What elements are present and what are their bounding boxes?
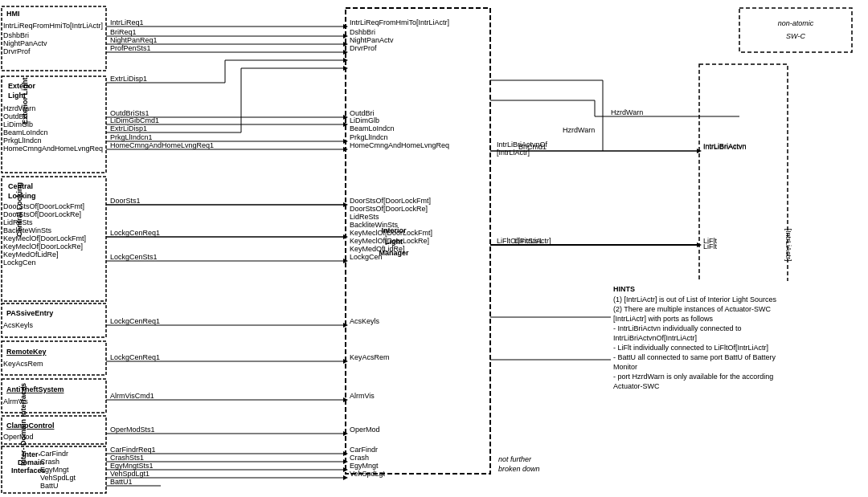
svg-text:IntrLiBriActvnOf[IntrLiActr]: IntrLiBriActvnOf[IntrLiActr] — [613, 334, 697, 342]
svg-text:RemoteKey: RemoteKey — [6, 348, 47, 356]
svg-text:LiFitSts1: LiFitSts1 — [514, 237, 542, 245]
svg-text:PrkgLlIndcn: PrkgLlIndcn — [350, 133, 388, 141]
svg-text:BackliteWinSts: BackliteWinSts — [3, 226, 52, 234]
svg-text:KeyMedOfLidRe]: KeyMedOfLidRe] — [3, 251, 59, 259]
svg-text:PrkgLlIndcn1: PrkgLlIndcn1 — [110, 133, 153, 141]
svg-text:non-atomic: non-atomic — [778, 19, 814, 27]
svg-text:Inter- Domain Interfaces: Inter- Domain Interfaces — [19, 383, 27, 466]
svg-text:Central Locking: Central Locking — [15, 182, 23, 237]
svg-text:PrkgLlIndcn: PrkgLlIndcn — [3, 136, 42, 145]
svg-text:[IntrLiActr]: [IntrLiActr] — [784, 228, 792, 261]
svg-text:BattU: BattU — [40, 482, 59, 490]
svg-text:KeyMeclOf[DoorLockRe]: KeyMeclOf[DoorLockRe] — [3, 242, 83, 251]
svg-text:LiDimGibCmd1: LiDimGibCmd1 — [110, 116, 159, 124]
svg-text:EgyMngt: EgyMngt — [350, 462, 379, 470]
svg-text:Crash: Crash — [40, 458, 59, 466]
svg-text:DrvrProf: DrvrProf — [350, 44, 377, 52]
svg-text:IntrLiReqFromHmiTo[IntrLiActr]: IntrLiReqFromHmiTo[IntrLiActr] — [350, 18, 449, 26]
svg-text:- IntrLiBriActvn individually : - IntrLiBriActvn individually connected … — [613, 324, 742, 332]
svg-text:HINTS: HINTS — [613, 285, 635, 293]
svg-text:LiFlt: LiFlt — [703, 237, 718, 245]
svg-text:ClampControl: ClampControl — [6, 422, 55, 430]
svg-text:BeamLoIndcn: BeamLoIndcn — [3, 128, 48, 136]
svg-text:LidReSts: LidReSts — [350, 213, 379, 221]
svg-text:PASsiveEntry: PASsiveEntry — [6, 309, 53, 317]
svg-text:EgyMngt: EgyMngt — [40, 466, 69, 474]
svg-text:NightPanReq1: NightPanReq1 — [110, 36, 158, 44]
svg-text:DoorStsOf[DoorLockFmt]: DoorStsOf[DoorLockFmt] — [350, 197, 431, 205]
svg-text:Crash: Crash — [350, 454, 369, 462]
svg-text:KeyMeclOf[DoorLockFmt]: KeyMeclOf[DoorLockFmt] — [350, 229, 432, 237]
svg-text:OperModSts1: OperModSts1 — [110, 426, 155, 434]
svg-text:OperMod: OperMod — [3, 433, 34, 441]
svg-text:IntrLiReqFromHmiTo[IntrLiActr]: IntrLiReqFromHmiTo[IntrLiActr] — [3, 22, 103, 30]
svg-text:LiDimGlb: LiDimGlb — [350, 116, 379, 124]
svg-text:AlrmVisCmd1: AlrmVisCmd1 — [110, 392, 154, 400]
svg-text:Monitor: Monitor — [613, 363, 637, 371]
svg-text:LockgCenReq1: LockgCenReq1 — [110, 317, 160, 325]
svg-text:AcsKeyls: AcsKeyls — [3, 321, 34, 329]
svg-text:broken down: broken down — [498, 465, 540, 473]
svg-text:HMI: HMI — [6, 10, 20, 18]
svg-text:BackliteWinSts: BackliteWinSts — [350, 221, 399, 229]
svg-text:AcsKeyls: AcsKeyls — [350, 317, 380, 325]
svg-text:VehSpdLgt: VehSpdLgt — [40, 474, 76, 482]
svg-text:KeyAcsRem: KeyAcsRem — [3, 360, 43, 368]
svg-text:HomeCmngAndHomeLvngReq1: HomeCmngAndHomeLvngReq1 — [110, 141, 214, 149]
svg-text:SW-C: SW-C — [786, 32, 805, 40]
svg-text:not further: not further — [498, 455, 532, 463]
svg-text:LockgCenReq1: LockgCenReq1 — [110, 229, 160, 237]
svg-text:BeamLoIndcn: BeamLoIndcn — [350, 124, 395, 132]
svg-text:- BattU all connected to same : - BattU all connected to same port BattU… — [613, 353, 776, 361]
svg-text:- port HzrdWarn is only availa: - port HzrdWarn is only available for th… — [613, 373, 773, 381]
svg-text:OperMod: OperMod — [350, 426, 380, 434]
svg-text:AlrmVis: AlrmVis — [350, 392, 375, 400]
svg-text:BriReq1: BriReq1 — [110, 28, 137, 36]
svg-text:CarFindr: CarFindr — [40, 450, 68, 458]
svg-text:CarFindrReq1: CarFindrReq1 — [110, 446, 156, 454]
svg-text:LockgCenReq1: LockgCenReq1 — [110, 353, 160, 361]
svg-rect-5 — [739, 8, 852, 52]
svg-text:IntrLiReq1: IntrLiReq1 — [110, 18, 144, 26]
svg-text:AntiTheftSystem: AntiTheftSystem — [6, 385, 64, 393]
svg-rect-119 — [2, 341, 106, 375]
diagram-container: Interior Light Manager non-atomic SW-C [… — [0, 0, 868, 497]
svg-text:VehSpdLgt: VehSpdLgt — [350, 470, 386, 478]
svg-text:BriCmd1: BriCmd1 — [518, 143, 547, 151]
svg-rect-127 — [2, 379, 106, 413]
svg-text:ProfPenSts1: ProfPenSts1 — [110, 44, 151, 52]
svg-text:KeyMeclOf[DoorLockRe]: KeyMeclOf[DoorLockRe] — [350, 237, 429, 245]
svg-text:KeyMedOfLidRe]: KeyMedOfLidRe] — [350, 245, 405, 253]
svg-text:ExtrLiDisp1: ExtrLiDisp1 — [110, 124, 147, 132]
svg-text:Actuator-SWC: Actuator-SWC — [613, 382, 660, 390]
svg-text:NightPanActv: NightPanActv — [350, 36, 394, 44]
svg-text:HzrdWarn: HzrdWarn — [563, 126, 595, 134]
svg-text:DrvrProf: DrvrProf — [3, 47, 31, 55]
svg-text:DshbBri: DshbBri — [350, 28, 375, 36]
svg-text:IntrLiBriActvn: IntrLiBriActvn — [703, 143, 747, 151]
svg-text:[IntrLiActr] with ports as fol: [IntrLiActr] with ports as follows — [613, 315, 714, 323]
svg-text:(1) [IntrLiActr] is out of Lis: (1) [IntrLiActr] is out of List of Inter… — [613, 295, 777, 303]
svg-text:LockgCenSts1: LockgCenSts1 — [110, 253, 158, 261]
svg-text:LockgCen: LockgCen — [350, 253, 383, 261]
svg-text:DoorStsOf[DoorLockRe]: DoorStsOf[DoorLockRe] — [350, 205, 428, 213]
svg-text:CarFindr: CarFindr — [350, 446, 378, 454]
svg-text:DoorSts1: DoorSts1 — [110, 197, 141, 205]
svg-text:HzrdWarn: HzrdWarn — [611, 108, 643, 116]
svg-text:NightPanActv: NightPanActv — [3, 39, 47, 47]
svg-text:VehSpdLgt1: VehSpdLgt1 — [110, 470, 149, 478]
svg-text:CrashSts1: CrashSts1 — [110, 454, 144, 462]
svg-text:(2) There are multiple instanc: (2) There are multiple instances of Actu… — [613, 305, 771, 313]
svg-text:KeyAcsRem: KeyAcsRem — [350, 353, 390, 361]
svg-text:ExtrLiDisp1: ExtrLiDisp1 — [110, 75, 147, 83]
svg-text:EgyMngtSts1: EgyMngtSts1 — [110, 462, 154, 470]
svg-text:Exterior Light: Exterior Light — [21, 77, 29, 124]
svg-text:BattU1: BattU1 — [110, 478, 133, 486]
svg-text:- LiFlt individually connected: - LiFlt individually connected to LiFltO… — [613, 344, 768, 352]
svg-text:HomeCmngAndHomeLvngReq: HomeCmngAndHomeLvngReq — [3, 145, 103, 153]
svg-text:HzrdWarn: HzrdWarn — [3, 104, 35, 112]
svg-text:LockgCen: LockgCen — [3, 259, 36, 267]
svg-text:DshbBri: DshbBri — [3, 31, 29, 39]
svg-text:HomeCmngAndHomeLvngReq: HomeCmngAndHomeLvngReq — [350, 141, 449, 149]
